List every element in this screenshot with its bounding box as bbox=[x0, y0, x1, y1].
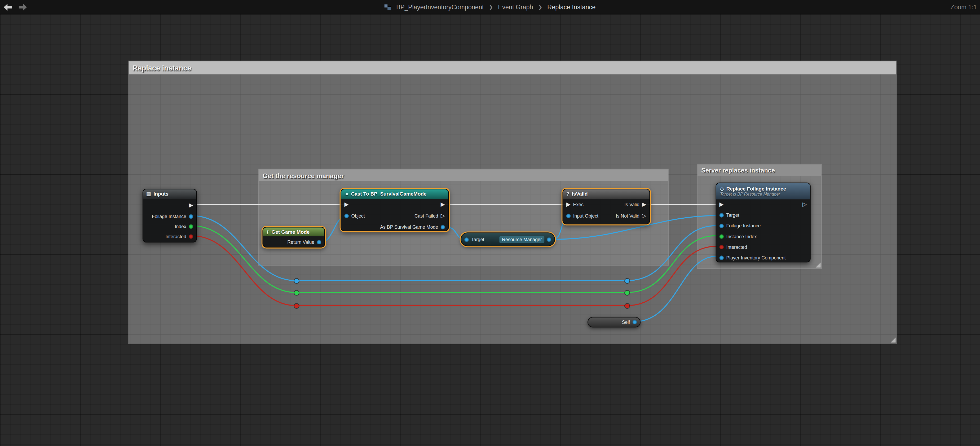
node-get-resource-manager[interactable]: Target Resource Manager bbox=[461, 233, 555, 246]
pin-label: Instance Index bbox=[726, 234, 757, 239]
pin-return-value-out[interactable] bbox=[317, 240, 321, 245]
pin-label: Interacted bbox=[726, 244, 747, 250]
pin-interacted-in[interactable] bbox=[719, 245, 724, 249]
pin-resource-manager-out[interactable] bbox=[547, 237, 552, 242]
blueprint-editor-window: BP_PlayerInventoryComponent ❯ Event Grap… bbox=[0, 0, 980, 446]
pin-interacted-out[interactable] bbox=[189, 234, 193, 239]
exec-is-valid-pin[interactable]: ▶ bbox=[642, 202, 646, 207]
pin-label: Return Value bbox=[287, 239, 314, 245]
node-title: Inputs bbox=[153, 191, 169, 197]
node-header[interactable]: ? IsValid bbox=[563, 190, 649, 199]
node-title: Get Game Mode bbox=[272, 229, 310, 234]
node-header[interactable]: ƒ Get Game Mode bbox=[263, 227, 325, 236]
node-header[interactable]: ◇ Replace Foilage Instance Target is BP … bbox=[716, 183, 810, 199]
pin-foilage-instance-in[interactable] bbox=[719, 224, 724, 228]
node-inputs[interactable]: ▤ Inputs ▶ Foilage Instance Index Intera… bbox=[143, 189, 197, 242]
node-cast-to-bp-survivalgamemode[interactable]: ↠ Cast To BP_SurvivalGameMode ▶ ▶ Object… bbox=[340, 189, 449, 231]
pin-label: Player Inventory Component bbox=[726, 255, 786, 261]
question-mark-icon: ? bbox=[566, 191, 570, 197]
pin-label: Index bbox=[175, 223, 186, 229]
scaled-viewport: BP_PlayerInventoryComponent ❯ Event Grap… bbox=[0, 0, 980, 446]
pin-target-in[interactable] bbox=[719, 213, 724, 218]
pin-label: Cast Failed bbox=[414, 213, 438, 218]
graph-canvas[interactable]: Replace instance Get the resource manage… bbox=[0, 14, 980, 446]
node-title: Replace Foilage Instance bbox=[726, 186, 786, 192]
tunnel-icon: ▤ bbox=[146, 191, 151, 197]
exec-is-not-valid-pin[interactable]: ▷ bbox=[642, 213, 646, 218]
pin-player-inventory-component-in[interactable] bbox=[719, 256, 724, 260]
function-icon: ƒ bbox=[266, 229, 269, 234]
pin-as-game-mode-out[interactable] bbox=[441, 225, 445, 229]
node-title: IsValid bbox=[572, 191, 588, 197]
node-isvalid[interactable]: ? IsValid ▶ Exec Is Valid ▶ Input Object bbox=[563, 189, 650, 224]
cast-icon: ↠ bbox=[344, 191, 348, 197]
pin-label: Object bbox=[351, 213, 365, 218]
breadcrumb-item-blueprint[interactable]: BP_PlayerInventoryComponent bbox=[396, 4, 484, 11]
pin-input-object-in[interactable] bbox=[566, 213, 571, 218]
node-subtitle: Target is BP Resource Manager bbox=[720, 192, 780, 196]
exec-input-pin[interactable]: ▶ bbox=[344, 202, 348, 207]
node-self[interactable]: Self bbox=[587, 317, 641, 328]
breadcrumb-item-event-graph[interactable]: Event Graph bbox=[498, 4, 533, 11]
exec-output-pin[interactable]: ▷ bbox=[802, 202, 807, 207]
node-get-game-mode[interactable]: ƒ Get Game Mode Return Value bbox=[262, 227, 325, 247]
pin-label: Target bbox=[471, 237, 484, 242]
pin-label: Exec bbox=[573, 202, 583, 207]
pin-label: Self bbox=[622, 319, 630, 325]
pin-instance-index-in[interactable] bbox=[719, 234, 724, 239]
pin-label: Target bbox=[726, 212, 739, 218]
node-title: Cast To BP_SurvivalGameMode bbox=[351, 191, 427, 197]
exec-output-pin[interactable]: ▶ bbox=[441, 202, 445, 207]
chevron-right-icon: ❯ bbox=[489, 5, 493, 10]
pin-label: Foilage Instance bbox=[152, 213, 186, 219]
pin-label: Is Valid bbox=[624, 202, 640, 207]
pin-foilage-instance-out[interactable] bbox=[189, 214, 193, 219]
node-replace-foilage-instance[interactable]: ◇ Replace Foilage Instance Target is BP … bbox=[716, 183, 810, 263]
pin-label: As BP Survival Game Mode bbox=[380, 224, 438, 229]
zoom-indicator: Zoom 1:1 bbox=[951, 0, 977, 14]
pin-label: Interacted bbox=[165, 234, 186, 239]
exec-cast-failed-pin[interactable]: ▷ bbox=[441, 213, 445, 218]
pin-index-out[interactable] bbox=[189, 224, 193, 228]
pin-label: Is Not Valid bbox=[616, 213, 640, 218]
breadcrumb-item-replace-instance[interactable]: Replace Instance bbox=[547, 4, 595, 11]
event-diamond-icon: ◇ bbox=[720, 186, 724, 191]
graph-top-bar: BP_PlayerInventoryComponent ❯ Event Grap… bbox=[0, 0, 980, 14]
node-header[interactable]: ↠ Cast To BP_SurvivalGameMode bbox=[341, 190, 448, 199]
pin-self-out[interactable] bbox=[633, 320, 637, 325]
exec-output-pin[interactable]: ▶ bbox=[189, 202, 193, 208]
pin-object-in[interactable] bbox=[344, 213, 349, 218]
pin-target-in[interactable] bbox=[464, 237, 469, 242]
pin-label: Foilage Instance bbox=[726, 223, 760, 229]
node-title: Resource Manager bbox=[500, 236, 544, 243]
exec-input-pin[interactable]: ▶ bbox=[719, 202, 724, 207]
blueprint-icon bbox=[384, 4, 391, 11]
exec-input-pin[interactable]: ▶ bbox=[566, 202, 571, 207]
breadcrumb: BP_PlayerInventoryComponent ❯ Event Grap… bbox=[0, 0, 980, 14]
chevron-right-icon: ❯ bbox=[538, 5, 542, 10]
pin-label: Input Object bbox=[573, 213, 598, 218]
node-header[interactable]: ▤ Inputs bbox=[143, 190, 196, 199]
